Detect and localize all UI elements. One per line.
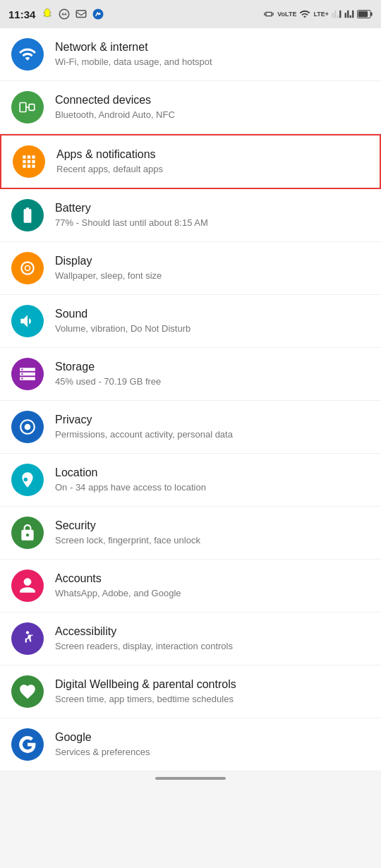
- svg-rect-14: [23, 164, 25, 167]
- accessibility-icon: [11, 622, 44, 655]
- status-bar: 11:34 VoLTE LTE+: [0, 0, 381, 28]
- settings-item-accessibility[interactable]: AccessibilityScreen readers, display, in…: [0, 613, 381, 665]
- digital-wellbeing-icon: [11, 675, 44, 708]
- svg-rect-7: [29, 104, 35, 111]
- sound-subtitle: Volume, vibration, Do Not Disturb: [55, 323, 370, 335]
- car-icon: [58, 8, 71, 20]
- digital-wellbeing-title: Digital Wellbeing & parental controls: [55, 677, 370, 692]
- svg-rect-6: [20, 103, 26, 112]
- google-subtitle: Services & preferences: [55, 747, 370, 759]
- network-subtitle: Wi-Fi, mobile, data usage, and hotspot: [55, 56, 370, 68]
- accessibility-subtitle: Screen readers, display, interaction con…: [55, 641, 370, 653]
- storage-icon: [11, 358, 44, 390]
- settings-item-storage[interactable]: Storage45% used - 70.19 GB free: [0, 348, 381, 401]
- settings-item-privacy[interactable]: PrivacyPermissions, account activity, pe…: [0, 401, 381, 454]
- settings-item-location[interactable]: LocationOn - 34 apps have access to loca…: [0, 454, 381, 507]
- storage-subtitle: 45% used - 70.19 GB free: [55, 376, 370, 388]
- digital-wellbeing-text: Digital Wellbeing & parental controlsScr…: [55, 677, 370, 706]
- battery-title: Battery: [55, 201, 370, 216]
- settings-item-connected-devices[interactable]: Connected devicesBluetooth, Android Auto…: [0, 81, 381, 134]
- svg-rect-13: [32, 160, 35, 163]
- status-time: 11:34: [8, 8, 35, 20]
- storage-text: Storage45% used - 70.19 GB free: [55, 360, 370, 388]
- sound-title: Sound: [55, 307, 370, 322]
- volte-icon: VoLTE: [277, 11, 296, 18]
- svg-rect-4: [370, 12, 373, 16]
- accounts-subtitle: WhatsApp, Adobe, and Google: [55, 588, 370, 600]
- settings-item-security[interactable]: SecurityScreen lock, fingerprint, face u…: [0, 507, 381, 560]
- svg-rect-15: [28, 164, 30, 167]
- privacy-title: Privacy: [55, 413, 370, 428]
- accounts-title: Accounts: [55, 572, 370, 586]
- network-icon: [11, 38, 44, 71]
- settings-item-digital-wellbeing[interactable]: Digital Wellbeing & parental controlsScr…: [0, 665, 381, 718]
- svg-rect-8: [23, 155, 25, 158]
- svg-point-17: [25, 424, 31, 430]
- settings-item-sound[interactable]: SoundVolume, vibration, Do Not Disturb: [0, 295, 381, 348]
- privacy-subtitle: Permissions, account activity, personal …: [55, 429, 370, 441]
- vibrate-icon: [263, 8, 274, 20]
- display-icon: [11, 252, 44, 284]
- privacy-icon: [11, 411, 44, 443]
- apps-notifications-title: Apps & notifications: [56, 147, 368, 162]
- accessibility-title: Accessibility: [55, 625, 370, 639]
- connected-devices-title: Connected devices: [55, 93, 370, 108]
- shazam-icon: [92, 8, 104, 20]
- svg-rect-9: [28, 155, 30, 158]
- apps-notifications-icon: [13, 145, 45, 178]
- settings-item-network[interactable]: Network & internetWi-Fi, mobile, data us…: [0, 28, 381, 81]
- privacy-text: PrivacyPermissions, account activity, pe…: [55, 413, 370, 441]
- location-icon: [11, 464, 44, 496]
- google-icon: [11, 728, 44, 761]
- messages-icon: [75, 8, 87, 20]
- settings-item-display[interactable]: DisplayWallpaper, sleep, font size: [0, 242, 381, 295]
- security-title: Security: [55, 519, 370, 534]
- svg-rect-5: [358, 11, 368, 17]
- settings-list: Network & internetWi-Fi, mobile, data us…: [0, 28, 381, 771]
- accessibility-text: AccessibilityScreen readers, display, in…: [55, 625, 370, 653]
- bottom-bar: [0, 771, 381, 783]
- battery-text: Battery77% - Should last until about 8:1…: [55, 201, 370, 229]
- security-subtitle: Screen lock, fingerprint, face unlock: [55, 535, 370, 547]
- apps-notifications-subtitle: Recent apps, default apps: [56, 164, 368, 176]
- system-icons: VoLTE LTE+: [263, 8, 373, 20]
- notification-icons: [41, 8, 104, 20]
- svg-rect-1: [77, 11, 87, 18]
- signal2-icon: [344, 8, 354, 20]
- digital-wellbeing-subtitle: Screen time, app timers, bedtime schedul…: [55, 694, 370, 706]
- accounts-text: AccountsWhatsApp, Adobe, and Google: [55, 572, 370, 600]
- location-subtitle: On - 34 apps have access to location: [55, 482, 370, 494]
- lte-plus-icon: LTE+: [313, 11, 329, 18]
- settings-item-accounts[interactable]: AccountsWhatsApp, Adobe, and Google: [0, 560, 381, 613]
- svg-rect-11: [23, 160, 25, 163]
- battery-icon: [11, 199, 44, 231]
- google-title: Google: [55, 730, 370, 745]
- svg-rect-16: [32, 164, 35, 167]
- storage-title: Storage: [55, 360, 370, 375]
- signal1-icon: [332, 8, 341, 20]
- settings-item-battery[interactable]: Battery77% - Should last until about 8:1…: [0, 189, 381, 242]
- sound-icon: [11, 305, 44, 337]
- battery-icon: [357, 9, 373, 19]
- apps-notifications-text: Apps & notificationsRecent apps, default…: [56, 147, 368, 176]
- location-text: LocationOn - 34 apps have access to loca…: [55, 466, 370, 494]
- security-text: SecurityScreen lock, fingerprint, face u…: [55, 519, 370, 547]
- google-text: GoogleServices & preferences: [55, 730, 370, 759]
- connected-devices-subtitle: Bluetooth, Android Auto, NFC: [55, 109, 370, 121]
- display-title: Display: [55, 254, 370, 269]
- svg-rect-10: [32, 155, 35, 158]
- security-icon: [11, 517, 44, 549]
- network-title: Network & internet: [55, 40, 370, 55]
- wifi-icon: [299, 8, 310, 20]
- network-text: Network & internetWi-Fi, mobile, data us…: [55, 40, 370, 68]
- bottom-indicator: [155, 777, 226, 780]
- connected-devices-icon: [11, 91, 44, 123]
- settings-item-apps-notifications[interactable]: Apps & notificationsRecent apps, default…: [0, 134, 381, 189]
- battery-subtitle: 77% - Should last until about 8:15 AM: [55, 217, 370, 229]
- display-text: DisplayWallpaper, sleep, font size: [55, 254, 370, 282]
- svg-rect-12: [28, 160, 30, 163]
- svg-point-18: [26, 631, 29, 634]
- settings-item-google[interactable]: GoogleServices & preferences: [0, 718, 381, 771]
- svg-point-0: [60, 9, 70, 19]
- snapchat-icon: [41, 8, 54, 20]
